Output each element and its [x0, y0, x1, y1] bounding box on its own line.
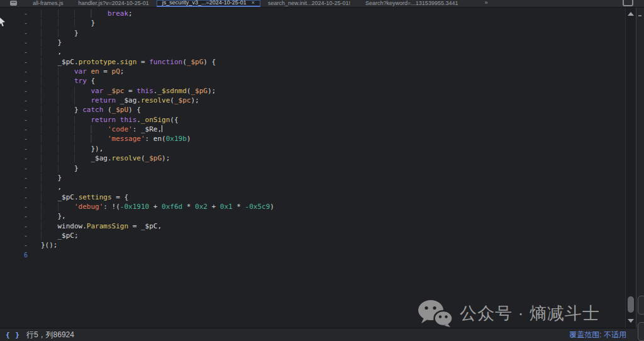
indent-guide — [41, 77, 74, 85]
code-line[interactable]: , — [41, 47, 636, 57]
gutter-line-marker[interactable]: - — [0, 193, 28, 202]
indent-guide — [41, 203, 74, 211]
cursor-position-text: 行5，列86924 — [26, 330, 74, 340]
code-token: ); — [191, 96, 199, 104]
code-lines[interactable]: break; } } } , _$pC.prototype.sign = fun… — [33, 8, 636, 328]
code-token: settings — [79, 193, 112, 201]
code-token: = — [136, 58, 149, 66]
gutter-line-marker[interactable]: - — [0, 173, 28, 182]
code-line[interactable]: 'message': en(0x19b) — [41, 134, 636, 143]
tab-handler-js[interactable]: handler.js?v=2024-10-25-01 — [71, 0, 157, 7]
file-icon — [10, 1, 17, 6]
gutter-line-marker[interactable]: - — [0, 105, 28, 115]
code-line[interactable]: var _$pc = this._$sdnmd(_$pG); — [41, 86, 636, 96]
gutter-line-marker[interactable]: - — [0, 240, 28, 250]
gutter-line-marker[interactable]: - — [0, 38, 28, 47]
code-line[interactable]: _$pC; — [41, 231, 636, 240]
gutter-line-marker[interactable]: - — [0, 96, 28, 105]
code-line[interactable]: 'code': _$Re, — [41, 125, 636, 134]
gutter-line-marker[interactable]: - — [0, 67, 28, 76]
gutter-line-marker[interactable]: - — [0, 47, 28, 57]
indent-guide — [41, 212, 58, 220]
indent-guide — [41, 29, 74, 37]
code-line[interactable]: , — [41, 182, 636, 192]
tab-overflow-chevron[interactable]: » — [484, 0, 487, 6]
panel-edge-button[interactable] — [638, 296, 644, 315]
code-line[interactable]: return _$ag.resolve(_$pc); — [41, 96, 636, 105]
gutter-line-marker[interactable]: - — [0, 134, 28, 143]
gutter-line-marker[interactable]: - — [0, 231, 28, 240]
scrollbar-thumb[interactable] — [628, 296, 634, 313]
code-line[interactable]: }, — [41, 211, 636, 221]
tab-label: search_new.init...2024-10-25-01! — [268, 0, 350, 6]
code-token: var — [74, 67, 87, 75]
vertical-scrollbar[interactable] — [625, 8, 636, 328]
code-line[interactable]: break; — [41, 9, 636, 18]
gutter-line-marker[interactable]: - — [0, 154, 28, 163]
code-token: : _$Re, — [133, 125, 162, 133]
code-line[interactable]: } — [41, 173, 636, 182]
code-token: _$pG — [145, 154, 162, 162]
code-line[interactable]: _$pC.settings = { — [41, 193, 636, 202]
gutter-line-marker[interactable]: - — [0, 202, 28, 211]
tab-all-frames-js[interactable]: all-frames.js — [25, 0, 71, 7]
code-token: = _$pC, — [128, 222, 162, 230]
tab-js-security-v3[interactable]: js_security_v3_...=2024-10-25-01 × — [157, 0, 260, 7]
indent-guide — [41, 125, 108, 133]
indent-guide — [41, 9, 108, 18]
panel-edge-button[interactable] — [638, 322, 644, 341]
tab-search-keyword[interactable]: Search?keyword=...131539955.3441 — [358, 0, 465, 7]
scroll-up-arrow-icon[interactable] — [628, 12, 634, 16]
gutter-line-marker[interactable]: - — [0, 28, 28, 38]
code-line[interactable]: _$ag.resolve(_$pG); — [41, 154, 636, 163]
gutter-line-marker[interactable]: - — [0, 164, 28, 173]
code-token: _$pG — [191, 87, 208, 95]
code-token: _$ag. — [91, 154, 111, 162]
code-token: , — [58, 48, 62, 56]
code-line[interactable] — [41, 250, 636, 260]
code-line[interactable]: }), — [41, 144, 636, 154]
code-line[interactable]: } — [41, 28, 636, 38]
gutter-line-marker[interactable]: - — [0, 76, 28, 86]
code-line[interactable]: _$pC.prototype.sign = function(_$pG) { — [41, 57, 636, 67]
code-line[interactable]: 'debug': !(-0x1910 + 0xf6d * 0x2 + 0x1 *… — [41, 202, 636, 211]
gutter-line-marker[interactable]: - — [0, 182, 28, 192]
gutter-line-marker[interactable]: 6 — [0, 250, 28, 260]
pretty-print-icon[interactable]: { } — [6, 331, 20, 339]
indent-guide — [41, 116, 91, 124]
code-token: ( — [170, 96, 174, 104]
code-line[interactable]: } — [41, 164, 636, 173]
gutter-line-marker[interactable]: - — [0, 221, 28, 231]
gutter-line-marker[interactable]: - — [0, 57, 28, 67]
code-token: pQ — [112, 67, 120, 75]
code-line[interactable]: } catch (_$pU) { — [41, 105, 636, 115]
code-line[interactable]: }(); — [41, 240, 636, 250]
scroll-down-arrow-icon[interactable] — [628, 319, 634, 323]
coverage-status-link[interactable]: 覆盖范围: 不适用 — [569, 330, 626, 340]
code-token: + — [149, 203, 162, 211]
code-token: 'debug' — [74, 203, 103, 211]
code-token: _$pC. — [58, 58, 79, 66]
code-token: _onSign — [141, 116, 170, 124]
code-line[interactable]: } — [41, 38, 636, 47]
gutter-line-marker[interactable]: - — [0, 86, 28, 96]
gutter-line-marker[interactable]: - — [0, 211, 28, 221]
code-token: _$pC; — [58, 232, 79, 240]
code-line[interactable]: window.ParamsSign = _$pC, — [41, 221, 636, 231]
code-token: -0x1910 — [120, 203, 149, 211]
close-icon[interactable]: × — [252, 0, 255, 6]
gutter-line-marker[interactable]: - — [0, 144, 28, 154]
code-token: _$pC. — [58, 193, 79, 201]
code-token: ) — [270, 203, 274, 211]
indent-guide — [41, 48, 58, 56]
code-line[interactable]: var en = pQ; — [41, 67, 636, 76]
code-editor[interactable]: -------------------------6 break; } } } … — [0, 8, 636, 328]
code-line[interactable]: try { — [41, 76, 636, 86]
gutter-line-marker[interactable]: - — [0, 125, 28, 134]
code-line[interactable]: return this._onSign({ — [41, 115, 636, 125]
code-line[interactable]: } — [41, 18, 636, 28]
text-caret — [162, 125, 162, 132]
gutter-line-marker[interactable]: - — [0, 115, 28, 125]
tab-search-new-init[interactable]: search_new.init...2024-10-25-01! — [260, 0, 358, 7]
toolbar-icon-cropped[interactable] — [623, 0, 633, 6]
